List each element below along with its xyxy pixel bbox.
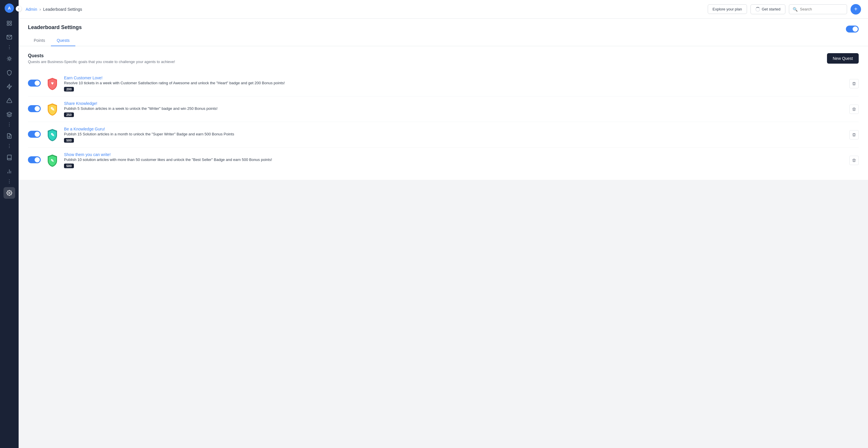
sidebar-item-lightning[interactable] <box>3 81 15 92</box>
breadcrumb-current: Leaderboard Settings <box>43 7 82 12</box>
quest-2-toggle[interactable]: ✓ <box>28 105 41 113</box>
quest-1-delete-button[interactable] <box>849 79 859 88</box>
table-row: ✓ ✎ Show them you can <box>28 147 859 173</box>
quests-header: Quests Quests are Business-Specific goal… <box>28 53 859 64</box>
quest-1-desc: Resolve 10 tickets in a week with Custom… <box>64 81 845 85</box>
tab-points[interactable]: Points <box>28 35 51 46</box>
quest-1-toggle[interactable]: ✓ <box>28 80 41 88</box>
quest-4-name[interactable]: Show them you can write! <box>64 152 845 157</box>
get-started-spinner <box>755 7 760 12</box>
tab-quests[interactable]: Quests <box>51 35 75 46</box>
sidebar: A › ⋮ <box>0 0 19 448</box>
svg-marker-9 <box>7 112 12 114</box>
explore-plan-button[interactable]: Explore your plan <box>708 4 747 14</box>
sidebar-nav: ⋮ ⋮ <box>0 18 19 200</box>
search-icon: 🔍 <box>793 7 798 12</box>
quest-3-name[interactable]: Be a Knowledge Guru! <box>64 127 845 131</box>
table-row: ✓ ✎ Be a Knowledge Gur <box>28 122 859 147</box>
page-enable-toggle[interactable]: ✓ <box>846 26 859 33</box>
quest-2-info: Share Knowledge! Publish 5 Solution arti… <box>64 101 845 117</box>
quest-4-badge: 500 <box>64 164 74 168</box>
avatar: A <box>5 3 14 13</box>
quest-2-desc: Publish 5 Solution articles in a week to… <box>64 106 845 111</box>
sidebar-item-shield[interactable] <box>3 67 15 78</box>
get-started-button[interactable]: Get started <box>750 4 785 14</box>
sidebar-section-11 <box>0 187 19 199</box>
sidebar-item-warning[interactable] <box>3 95 15 106</box>
sidebar-item-dashboard[interactable] <box>3 18 15 29</box>
page-header: Leaderboard Settings ✓ Points Qu <box>19 19 868 46</box>
sidebar-section-10: ⋮ <box>0 166 19 185</box>
svg-point-15 <box>9 192 10 194</box>
sidebar-dots-2[interactable]: ⋮ <box>7 121 12 128</box>
quest-3-desc: Publish 15 Solution articles in a month … <box>64 132 845 136</box>
quest-3-delete-button[interactable] <box>849 130 859 139</box>
sidebar-section-7: ⋮ <box>0 109 19 128</box>
page-content: Leaderboard Settings ✓ Points Qu <box>19 19 868 448</box>
sidebar-item-settings[interactable] <box>3 187 15 199</box>
quests-section: Quests Quests are Business-Specific goal… <box>19 46 868 180</box>
quest-list: ✓ ♥ Earn Customer Love <box>28 71 859 173</box>
quest-1-badge: 200 <box>64 87 74 92</box>
sidebar-item-book[interactable] <box>3 152 15 163</box>
sidebar-item-inbox[interactable] <box>3 31 15 43</box>
sidebar-section-6 <box>0 95 19 106</box>
quest-3-toggle[interactable]: ✓ <box>28 131 41 139</box>
quests-subtitle: Quests are Business-Specific goals that … <box>28 60 175 64</box>
new-quest-button[interactable]: New Quest <box>827 53 859 64</box>
check-icon: ✓ <box>854 27 857 31</box>
quest-3-info: Be a Knowledge Guru! Publish 15 Solution… <box>64 127 845 143</box>
svg-text:✎: ✎ <box>50 106 55 112</box>
quest-3-actions <box>849 130 859 139</box>
main-content: Admin › Leaderboard Settings Explore you… <box>19 0 868 448</box>
sidebar-toggle[interactable]: › <box>16 6 22 12</box>
quest-1-info: Earn Customer Love! Resolve 10 tickets i… <box>64 75 845 92</box>
page-enable-toggle-wrap: ✓ <box>846 26 859 34</box>
quest-2-actions <box>849 105 859 114</box>
quest-4-desc: Publish 10 solution articles with more t… <box>64 158 845 162</box>
svg-text:✎: ✎ <box>51 133 54 137</box>
page-title: Leaderboard Settings <box>28 25 859 31</box>
sidebar-section-5 <box>0 81 19 92</box>
quest-2-name[interactable]: Share Knowledge! <box>64 101 845 106</box>
quest-2-delete-button[interactable] <box>849 105 859 114</box>
svg-marker-6 <box>7 84 12 89</box>
sidebar-section-9 <box>0 152 19 163</box>
quest-2-badge: 250 <box>64 112 74 117</box>
toggle-slider: ✓ <box>846 26 859 33</box>
sidebar-section-4 <box>0 67 19 78</box>
sidebar-item-layers[interactable] <box>3 109 15 120</box>
sidebar-dots-4[interactable]: ⋮ <box>7 178 12 185</box>
quests-header-text: Quests Quests are Business-Specific goal… <box>28 53 175 64</box>
svg-rect-0 <box>7 21 9 23</box>
sidebar-section-8: ⋮ <box>0 130 19 149</box>
get-started-label: Get started <box>762 7 780 11</box>
sidebar-item-chart[interactable] <box>3 166 15 177</box>
quest-1-icon: ♥ <box>45 77 59 91</box>
sidebar-item-bug[interactable] <box>3 53 15 65</box>
add-button[interactable]: + <box>850 4 861 14</box>
sidebar-dots-1[interactable]: ⋮ <box>7 43 12 50</box>
table-row: ✓ ✎ Share Knowledge! <box>28 97 859 122</box>
tabs: Points Quests <box>28 35 859 46</box>
svg-text:✎: ✎ <box>51 158 54 163</box>
quest-4-icon: ✎ <box>45 153 59 167</box>
table-row: ✓ ♥ Earn Customer Love <box>28 71 859 97</box>
svg-rect-2 <box>7 24 9 26</box>
breadcrumb-separator: › <box>39 7 41 12</box>
sidebar-dots-3[interactable]: ⋮ <box>7 142 12 149</box>
search-input[interactable] <box>800 7 841 11</box>
svg-rect-3 <box>10 24 12 26</box>
breadcrumb-admin[interactable]: Admin <box>26 7 37 12</box>
svg-point-5 <box>8 58 10 60</box>
quest-1-name[interactable]: Earn Customer Love! <box>64 75 845 80</box>
page-panel: Leaderboard Settings ✓ Points Qu <box>19 19 868 180</box>
quest-4-delete-button[interactable] <box>849 156 859 165</box>
sidebar-item-reports[interactable] <box>3 130 15 142</box>
search-box[interactable]: 🔍 <box>789 4 847 14</box>
quest-2-icon: ✎ <box>45 102 59 116</box>
quest-4-info: Show them you can write! Publish 10 solu… <box>64 152 845 168</box>
sidebar-section-1 <box>0 18 19 29</box>
topbar: Admin › Leaderboard Settings Explore you… <box>19 0 868 19</box>
quest-4-toggle[interactable]: ✓ <box>28 156 41 165</box>
